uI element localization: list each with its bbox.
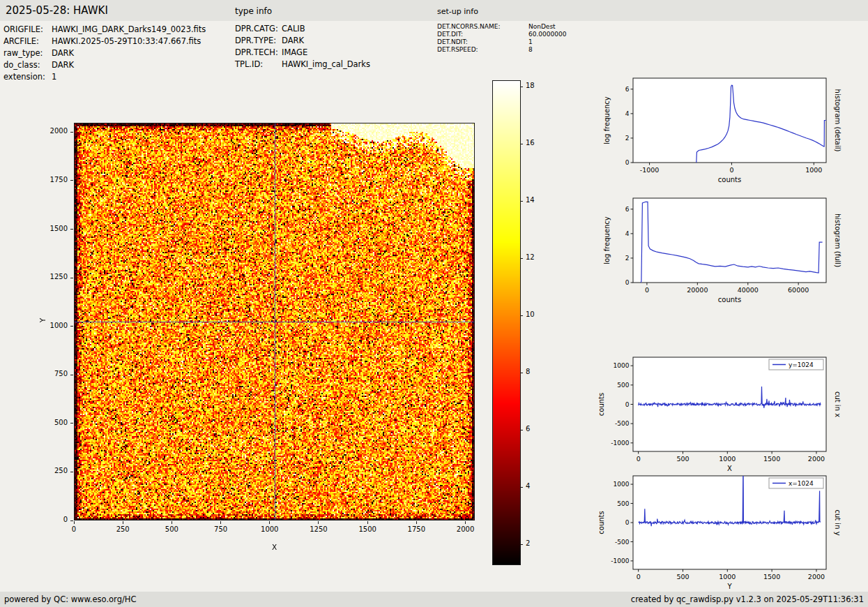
y-tick — [70, 326, 73, 327]
colorbar-tick-label: 6 — [526, 425, 530, 433]
svg-text:0: 0 — [625, 519, 630, 526]
histogram-full-chart: 02000040000600000246countslog frequencyh… — [598, 192, 867, 317]
colorbar-tick-label: 16 — [526, 139, 535, 147]
qc-report-page: 2025-05-28: HAWKI type info set-up info … — [0, 0, 868, 607]
footer-created-by: created by qc_rawdisp.py v1.2.3 on 2025-… — [631, 594, 864, 604]
y-tick-label: 1000 — [28, 322, 68, 329]
y-tick — [70, 375, 73, 375]
svg-text:cut in y: cut in y — [834, 509, 842, 535]
dark-frame-image — [74, 123, 475, 520]
svg-text:histogram (detail): histogram (detail) — [834, 89, 842, 152]
svg-text:counts: counts — [598, 393, 605, 416]
colorbar-tick — [521, 144, 523, 144]
colorbar-tick — [521, 373, 523, 373]
colorbar-tick — [521, 544, 523, 545]
cut-x-svg: 0500100015002000-1000-50005001000Xcounts… — [598, 352, 867, 474]
y-tick-label: 0 — [28, 516, 68, 523]
x-tick — [465, 521, 466, 524]
colorbar: 18161412108642 — [492, 80, 569, 576]
svg-text:0: 0 — [625, 401, 630, 408]
meta-label: DET.DIT: — [437, 31, 463, 38]
colorbar-tick-label: 10 — [526, 310, 535, 318]
svg-text:X: X — [727, 465, 732, 472]
meta-row-rspeed: DET.RSPEED:8 — [437, 46, 478, 53]
meta-label: DET.NDIT: — [437, 38, 468, 45]
dark-frame-axes: 0250500750100012501500175020000250500750… — [28, 112, 572, 586]
y-tick — [70, 520, 73, 521]
hist-detail-svg: -1000010000246countslog frequencyhistogr… — [598, 72, 867, 194]
svg-text:-1000: -1000 — [640, 166, 660, 174]
x-tick — [74, 521, 75, 524]
y-tick-label: 2000 — [28, 127, 68, 135]
meta-label: DET.NCORRS.NAME: — [437, 23, 500, 30]
y-tick — [70, 278, 73, 278]
y-axis-label: Y — [38, 318, 47, 322]
svg-text:2000: 2000 — [808, 573, 825, 580]
colorbar-tick-label: 18 — [526, 82, 535, 89]
svg-text:y=1024: y=1024 — [789, 361, 814, 368]
colorbar-tick — [521, 258, 523, 259]
x-tick-label: 1500 — [358, 525, 376, 533]
footer-powered-by: powered by QC: www.eso.org/HC — [4, 594, 136, 604]
y-tick — [70, 180, 73, 181]
meta-label: DET.RSPEED: — [437, 46, 478, 53]
svg-text:4: 4 — [625, 230, 630, 237]
meta-label: do_class: — [3, 60, 40, 70]
meta-row-rawtype: raw_type:DARK — [3, 48, 43, 58]
svg-text:0: 0 — [625, 159, 630, 166]
meta-label: ORIGFILE: — [3, 24, 43, 34]
meta-value: HAWKI_IMG_DARK_Darks149_0023.fits — [52, 24, 206, 34]
svg-text:1000: 1000 — [719, 455, 736, 463]
meta-row-extension: extension:1 — [3, 72, 45, 82]
colorbar-tick — [521, 201, 523, 202]
svg-text:0: 0 — [637, 573, 641, 580]
x-tick-label: 500 — [165, 525, 178, 533]
x-tick-label: 0 — [72, 525, 76, 533]
hist-full-svg: 02000040000600000246countslog frequencyh… — [598, 192, 867, 314]
svg-text:Y: Y — [726, 583, 732, 590]
cut-in-y-chart: 0500100015002000-1000-50005001000Ycounts… — [598, 472, 867, 597]
meta-label: extension: — [3, 72, 45, 82]
meta-label: TPL.ID: — [235, 59, 263, 69]
footer-bar: powered by QC: www.eso.org/HC created by… — [0, 592, 868, 607]
svg-text:1500: 1500 — [763, 455, 780, 463]
section-header-type-info: type info — [235, 6, 272, 16]
x-tick-label: 750 — [214, 525, 227, 533]
crosshair-horizontal — [75, 322, 474, 322]
svg-text:0: 0 — [625, 279, 630, 286]
svg-text:500: 500 — [617, 500, 629, 507]
svg-text:log frequency: log frequency — [603, 216, 611, 264]
svg-text:1000: 1000 — [614, 362, 630, 369]
svg-text:500: 500 — [617, 382, 629, 389]
svg-text:1500: 1500 — [763, 573, 780, 580]
svg-text:-1000: -1000 — [611, 557, 629, 564]
meta-row-origfile: ORIGFILE:HAWKI_IMG_DARK_Darks149_0023.fi… — [3, 24, 43, 34]
y-tick-label: 1750 — [28, 176, 68, 183]
svg-text:40000: 40000 — [738, 286, 759, 294]
cut-in-x-chart: 0500100015002000-1000-50005001000Xcounts… — [598, 352, 867, 477]
meta-label: ARCFILE: — [3, 36, 39, 46]
meta-value: NonDest — [528, 23, 556, 30]
meta-value: HAWKI.2025-05-29T10:33:47.667.fits — [52, 36, 201, 46]
colorbar-canvas — [492, 80, 521, 565]
x-tick — [416, 521, 417, 524]
colorbar-tick — [521, 87, 523, 87]
svg-text:counts: counts — [718, 176, 741, 183]
y-tick-label: 1250 — [28, 273, 68, 280]
svg-text:0: 0 — [645, 286, 649, 294]
x-tick-label: 1000 — [261, 525, 278, 533]
meta-label: DPR.TYPE: — [235, 36, 276, 45]
meta-value: 8 — [528, 46, 533, 53]
page-title: 2025-05-28: HAWKI — [6, 4, 108, 17]
svg-text:counts: counts — [598, 511, 605, 534]
colorbar-tick-label: 4 — [526, 482, 530, 490]
svg-text:2: 2 — [625, 135, 630, 142]
meta-row-arcfile: ARCFILE:HAWKI.2025-05-29T10:33:47.667.fi… — [3, 36, 39, 46]
svg-text:2000: 2000 — [808, 455, 825, 463]
svg-text:histogram (full): histogram (full) — [834, 213, 842, 267]
meta-value: IMAGE — [282, 47, 307, 57]
svg-text:6: 6 — [625, 206, 630, 213]
svg-text:log frequency: log frequency — [603, 96, 611, 144]
svg-text:500: 500 — [676, 573, 689, 580]
colorbar-tick — [521, 430, 523, 430]
